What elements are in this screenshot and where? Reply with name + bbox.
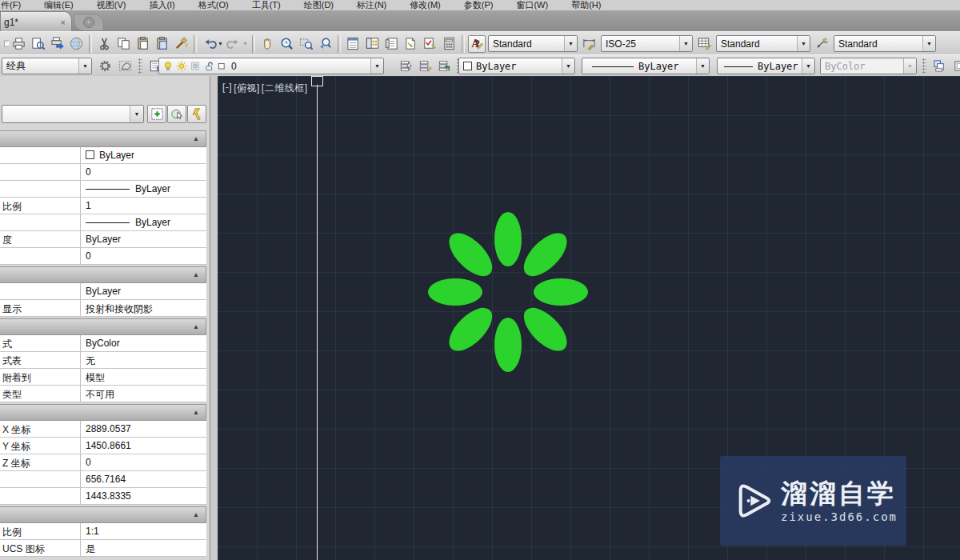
preview-icon[interactable] bbox=[29, 34, 47, 53]
property-value[interactable]: ByLayer bbox=[80, 147, 206, 163]
new-tab-button[interactable]: + bbox=[74, 14, 104, 31]
paste-icon[interactable] bbox=[134, 34, 152, 53]
property-value[interactable]: ByLayer bbox=[80, 181, 206, 197]
layer-dropdown[interactable]: 0 ▼ bbox=[158, 58, 384, 74]
property-value[interactable]: ByLayer bbox=[80, 231, 206, 247]
pan-icon[interactable] bbox=[258, 34, 277, 53]
chevron-down-icon[interactable]: ▼ bbox=[78, 58, 91, 74]
flower-petal[interactable] bbox=[517, 301, 574, 358]
property-value[interactable]: 0 bbox=[80, 164, 206, 180]
layer-on-bulb-icon[interactable] bbox=[162, 59, 174, 74]
flower-petal[interactable] bbox=[494, 318, 522, 372]
chevron-down-icon[interactable]: ▼ bbox=[242, 41, 249, 46]
section-header-general[interactable]: ▲ bbox=[0, 130, 206, 147]
lineweight-dropdown[interactable]: ByLayer ▼ bbox=[717, 58, 815, 74]
property-value[interactable]: 1:1 bbox=[80, 523, 206, 539]
zoom-previous-icon[interactable] bbox=[316, 34, 334, 53]
layer-color-swatch[interactable] bbox=[216, 59, 227, 74]
viewport-freeze-icon[interactable] bbox=[189, 59, 202, 74]
chevron-down-icon[interactable]: ▼ bbox=[922, 36, 935, 51]
sheetset-icon[interactable] bbox=[402, 34, 420, 53]
quick-select-button[interactable] bbox=[187, 105, 206, 123]
flower-petal[interactable] bbox=[494, 212, 522, 266]
section-header-3d-visualization[interactable]: ▲ bbox=[0, 266, 206, 283]
flower-petal[interactable] bbox=[442, 301, 499, 358]
drawing-canvas[interactable]: [-][俯视][二维线框] 溜溜自学 zixue.3d66.com bbox=[218, 76, 960, 560]
chevron-down-icon[interactable]: ▼ bbox=[802, 58, 814, 74]
layer-unlock-icon[interactable] bbox=[202, 59, 215, 74]
isolate-objects-icon[interactable] bbox=[950, 57, 960, 75]
properties-panel-toggle-icon[interactable] bbox=[930, 57, 949, 75]
section-header-misc[interactable]: ▲ bbox=[0, 506, 206, 523]
property-value[interactable]: 模型 bbox=[80, 369, 206, 385]
chevron-down-icon[interactable]: ▼ bbox=[564, 36, 577, 51]
workspace-dropdown[interactable]: 经典 ▼ bbox=[2, 58, 92, 74]
menu-item[interactable]: 修改(M) bbox=[410, 0, 441, 10]
property-value[interactable]: 1450.8661 bbox=[80, 438, 206, 454]
paste-special-icon[interactable] bbox=[153, 34, 171, 53]
chevron-down-icon[interactable]: ▼ bbox=[562, 58, 574, 74]
flower-petal[interactable] bbox=[442, 226, 499, 283]
menu-item[interactable]: 标注(N) bbox=[357, 0, 386, 10]
select-objects-button[interactable] bbox=[167, 105, 186, 123]
menu-item[interactable]: 参数(P) bbox=[464, 0, 494, 10]
dim-style-icon[interactable] bbox=[580, 34, 598, 53]
property-value[interactable]: 1 bbox=[80, 198, 206, 214]
quickcalc-icon[interactable] bbox=[440, 34, 458, 53]
menu-item[interactable]: 插入(I) bbox=[149, 0, 174, 10]
make-object-layer-current-icon[interactable] bbox=[397, 57, 415, 75]
globe-icon[interactable] bbox=[67, 34, 86, 53]
property-value[interactable]: 1443.8335 bbox=[80, 488, 206, 504]
object-type-selector[interactable]: ▼ bbox=[2, 105, 144, 123]
chevron-down-icon[interactable]: ▼ bbox=[130, 106, 143, 122]
chevron-down-icon[interactable]: ▼ bbox=[797, 36, 810, 51]
toggle-pickadd-button[interactable] bbox=[147, 105, 166, 123]
menu-item[interactable]: 编辑(E) bbox=[44, 0, 74, 10]
layer-match-icon[interactable] bbox=[416, 57, 434, 75]
property-value[interactable]: 投射和接收阴影 bbox=[80, 300, 206, 316]
property-value[interactable]: 656.7164 bbox=[80, 471, 206, 487]
collapse-arrow-icon[interactable]: ▲ bbox=[193, 271, 199, 278]
mleader-style-icon[interactable] bbox=[813, 34, 831, 53]
menu-item[interactable]: 工具(T) bbox=[252, 0, 281, 10]
zoom-realtime-icon[interactable] bbox=[278, 34, 296, 53]
redo-icon[interactable] bbox=[225, 34, 243, 53]
property-value[interactable]: 不可用 bbox=[80, 386, 206, 402]
publish-icon[interactable] bbox=[48, 34, 66, 53]
gear-icon[interactable] bbox=[96, 57, 114, 75]
properties-palette-icon[interactable] bbox=[344, 34, 362, 53]
layer-thaw-sun-icon[interactable] bbox=[175, 59, 188, 74]
menu-item[interactable]: 格式(O) bbox=[198, 0, 229, 10]
collapse-arrow-icon[interactable]: ▲ bbox=[193, 135, 199, 142]
flower-petal[interactable] bbox=[517, 226, 574, 283]
undo-icon[interactable] bbox=[200, 34, 218, 53]
property-value[interactable]: 是 bbox=[80, 540, 206, 556]
color-dropdown[interactable]: ByLayer ▼ bbox=[458, 58, 575, 74]
linetype-dropdown[interactable]: ByLayer ▼ bbox=[582, 58, 710, 74]
text-style-icon[interactable]: A bbox=[467, 34, 486, 53]
mleader-style-dropdown[interactable]: Standard ▼ bbox=[834, 35, 936, 52]
dim-style-dropdown[interactable]: ISO-25 ▼ bbox=[601, 35, 693, 52]
property-value[interactable]: 2889.0537 bbox=[80, 421, 206, 437]
chevron-down-icon[interactable]: ▼ bbox=[218, 41, 224, 46]
collapse-arrow-icon[interactable]: ▲ bbox=[193, 323, 199, 330]
property-value[interactable]: ByLayer bbox=[80, 283, 206, 299]
print-icon[interactable] bbox=[10, 34, 28, 53]
property-value[interactable]: 0 bbox=[80, 248, 206, 264]
text-style-dropdown[interactable]: Standard ▼ bbox=[488, 35, 578, 52]
chevron-down-icon[interactable]: ▼ bbox=[370, 58, 383, 74]
new-partial-icon[interactable] bbox=[1, 34, 9, 53]
flower-petal[interactable] bbox=[428, 278, 482, 306]
section-header-view[interactable]: ▲ bbox=[0, 404, 206, 421]
match-properties-icon[interactable] bbox=[172, 34, 190, 53]
cut-icon[interactable] bbox=[95, 34, 114, 53]
menu-item[interactable]: 绘图(D) bbox=[304, 0, 334, 10]
tool-palettes-icon[interactable] bbox=[382, 34, 401, 53]
tab-close-icon[interactable]: × bbox=[58, 18, 68, 27]
collapse-arrow-icon[interactable]: ▲ bbox=[193, 409, 199, 416]
menu-item[interactable]: 件(F) bbox=[1, 0, 21, 10]
flower-petal[interactable] bbox=[534, 278, 588, 306]
toolbar-grip[interactable] bbox=[138, 58, 142, 74]
table-style-dropdown[interactable]: Standard ▼ bbox=[716, 35, 810, 52]
collapse-arrow-icon[interactable]: ▲ bbox=[193, 511, 199, 518]
